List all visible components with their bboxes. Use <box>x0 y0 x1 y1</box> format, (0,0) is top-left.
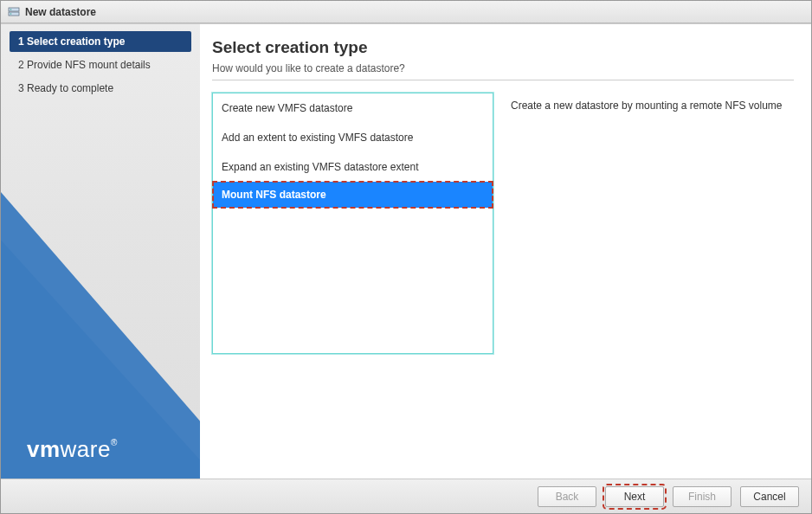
vmware-logo: vmware® <box>27 436 118 463</box>
option-add-extent-vmfs[interactable]: Add an extent to existing VMFS datastore <box>213 123 493 152</box>
option-mount-nfs-datastore[interactable]: Mount NFS datastore <box>213 182 493 208</box>
option-expand-vmfs-extent[interactable]: Expand an existing VMFS datastore extent <box>213 152 493 182</box>
sidebar-decoration <box>1 132 200 479</box>
datastore-icon <box>8 6 20 18</box>
sidebar: 1 Select creation type 2 Provide NFS mou… <box>1 24 200 479</box>
back-button: Back <box>538 486 596 507</box>
next-button[interactable]: Next <box>605 486 664 507</box>
step-select-creation-type[interactable]: 1 Select creation type <box>10 31 191 52</box>
svg-point-2 <box>10 9 12 10</box>
option-create-new-vmfs[interactable]: Create new VMFS datastore <box>213 93 493 123</box>
content-row: Create new VMFS datastore Add an extent … <box>212 93 794 354</box>
creation-type-listbox[interactable]: Create new VMFS datastore Add an extent … <box>212 93 493 354</box>
main-panel: Select creation type How would you like … <box>200 24 811 479</box>
titlebar: New datastore <box>1 1 811 23</box>
option-description: Create a new datastore by mounting a rem… <box>511 93 794 112</box>
divider <box>212 80 794 80</box>
step-provide-nfs-mount-details[interactable]: 2 Provide NFS mount details <box>10 55 191 75</box>
wizard-body: 1 Select creation type 2 Provide NFS mou… <box>1 23 811 479</box>
page-title: Select creation type <box>212 38 794 57</box>
svg-point-3 <box>10 13 12 15</box>
cancel-button[interactable]: Cancel <box>740 486 799 507</box>
wizard-steps: 1 Select creation type 2 Provide NFS mou… <box>1 24 200 108</box>
footer: Back Next Finish Cancel <box>1 479 811 513</box>
finish-button: Finish <box>673 486 731 507</box>
step-ready-to-complete[interactable]: 3 Ready to complete <box>10 78 191 99</box>
window-title: New datastore <box>25 6 96 18</box>
page-subtitle: How would you like to create a datastore… <box>212 62 794 74</box>
